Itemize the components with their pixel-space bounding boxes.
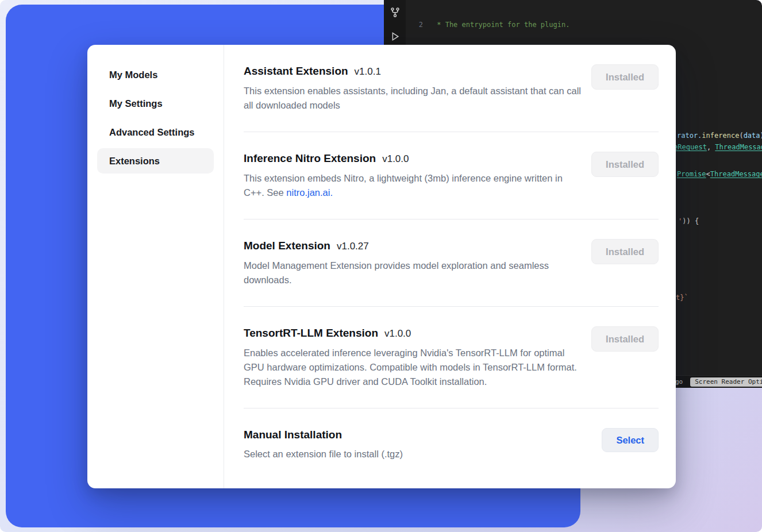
sidebar-item-advanced-settings[interactable]: Advanced Settings — [97, 119, 214, 145]
extension-description: This extension embeds Nitro, a lightweig… — [244, 171, 583, 200]
extension-row-manual-installation: Manual Installation Select an extension … — [244, 408, 659, 480]
extension-row-tensorrt: TensortRT-LLM Extension v1.0.0 Enables a… — [244, 307, 659, 408]
extension-title: Manual Installation — [244, 428, 342, 442]
extension-description: This extension enables assistants, inclu… — [244, 84, 583, 113]
sidebar-item-my-settings[interactable]: My Settings — [97, 91, 214, 116]
settings-modal: My Models My Settings Advanced Settings … — [87, 45, 676, 488]
extension-title: Inference Nitro Extension — [244, 152, 376, 165]
settings-sidebar: My Models My Settings Advanced Settings … — [87, 45, 224, 488]
code-fragment: t}` — [676, 294, 688, 302]
code-line: 2 * The entrypoint for the plugin. — [406, 20, 762, 29]
extension-description: Model Management Extension provides mode… — [244, 259, 583, 287]
installed-button[interactable]: Installed — [591, 239, 659, 264]
extension-title: Assistant Extension — [244, 64, 348, 78]
source-control-icon[interactable] — [390, 7, 401, 20]
extension-description: Select an extension file to install (.tg… — [244, 447, 403, 461]
extension-title: Model Extension — [244, 239, 330, 253]
extension-title: TensortRT-LLM Extension — [244, 326, 378, 340]
installed-button[interactable]: Installed — [591, 152, 659, 177]
extension-version: v1.0.0 — [384, 327, 411, 341]
sidebar-item-my-models[interactable]: My Models — [97, 62, 214, 87]
extensions-panel: Assistant Extension v1.0.1 This extensio… — [224, 45, 676, 488]
screen-reader-badge[interactable]: Screen Reader Optimized — [690, 377, 762, 387]
status-text: go — [675, 378, 683, 385]
extension-row-nitro: Inference Nitro Extension v1.0.0 This ex… — [244, 132, 659, 219]
extension-row-model: Model Extension v1.0.27 Model Management… — [244, 219, 659, 306]
line-number: 2 — [406, 20, 423, 29]
code-fragment: ')) { — [678, 217, 699, 225]
code-fragment: Promise<ThreadMessage> — [677, 170, 762, 178]
extension-version: v1.0.0 — [382, 152, 409, 166]
extension-row-assistant: Assistant Extension v1.0.1 This extensio… — [244, 64, 659, 132]
page-background: 2 * The entrypoint for the plugin. 3 */ … — [0, 0, 762, 532]
extension-description: Enables accelerated inference leveraging… — [244, 346, 583, 389]
extension-version: v1.0.27 — [337, 240, 369, 253]
code-fragment: rator.inference(data)); — [677, 132, 762, 140]
nitro-jan-ai-link[interactable]: nitro.jan.ai. — [286, 187, 333, 198]
run-icon[interactable] — [390, 31, 401, 44]
installed-button[interactable]: Installed — [591, 64, 659, 90]
installed-button[interactable]: Installed — [591, 326, 659, 352]
sidebar-item-extensions[interactable]: Extensions — [97, 148, 214, 174]
extension-version: v1.0.1 — [355, 65, 381, 79]
select-file-button[interactable]: Select — [602, 428, 659, 452]
